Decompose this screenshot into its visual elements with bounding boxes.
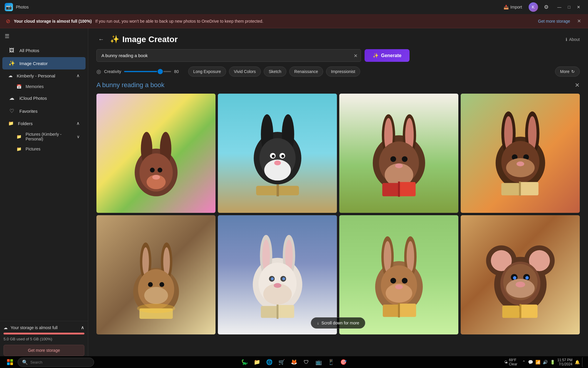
app-icon: 📷 — [5, 3, 13, 11]
svg-point-28 — [402, 156, 407, 162]
svg-point-53 — [159, 282, 164, 287]
hamburger-menu[interactable]: ☰ — [0, 31, 12, 44]
svg-point-56 — [137, 304, 175, 313]
sidebar-kimberly-personal[interactable]: ☁ Kimberly - Personal ∧ — [2, 70, 86, 81]
style-chip-renaissance[interactable]: Renaissance — [289, 67, 323, 77]
sidebar-folders[interactable]: 📁 Folders ∧ — [2, 118, 86, 129]
start-button[interactable] — [4, 357, 16, 367]
gallery-title-row: A bunny reading a book ✕ — [96, 81, 580, 89]
about-button[interactable]: ℹ About — [566, 37, 580, 42]
gallery-area: A bunny reading a book ✕ — [88, 81, 588, 368]
image-creator-icon: ✨ — [8, 60, 15, 67]
tray-chat-icon[interactable]: 💬 — [528, 360, 533, 364]
storage-used-text: 5.0 GB used of 5 GB (100%) — [4, 337, 84, 341]
svg-point-52 — [148, 282, 153, 287]
sidebar-item-all-photos[interactable]: 🖼 All Photos — [2, 44, 86, 57]
svg-point-98 — [515, 281, 525, 287]
image-cell-4[interactable] — [461, 94, 580, 213]
tray-network-icon[interactable]: 📶 — [535, 360, 540, 364]
search-clear-button[interactable]: ✕ — [354, 53, 358, 58]
icloud-icon: ☁ — [8, 95, 15, 101]
svg-rect-70 — [278, 305, 294, 318]
favorites-label: Favorites — [19, 109, 38, 114]
bunny-image-6 — [218, 215, 337, 334]
clock-area[interactable]: 11:57 PM 7/1/2024 — [557, 358, 572, 366]
taskbar-app-explorer[interactable]: 🦕 — [239, 357, 250, 367]
banner-description: If you run out, you won't be able to bac… — [95, 19, 263, 24]
svg-point-78 — [390, 278, 396, 283]
svg-rect-69 — [261, 306, 278, 318]
bunny-image-1 — [96, 94, 216, 213]
taskbar-app-phone[interactable]: 📱 — [326, 357, 336, 367]
gallery-wrapper: ↓ Scroll down for more — [96, 94, 580, 334]
get-storage-button[interactable]: Get more storage — [4, 345, 84, 356]
close-button[interactable]: ✕ — [574, 3, 583, 11]
creativity-control: ◎ Creativity 80 — [96, 68, 182, 75]
tray-battery-icon[interactable]: 🔋 — [550, 360, 555, 364]
notification-icon[interactable]: 🔔 — [575, 360, 580, 364]
image-cell-8[interactable] — [461, 215, 580, 334]
image-cell-1[interactable] — [96, 94, 216, 213]
refresh-icon: ↻ — [571, 69, 575, 74]
taskbar-search[interactable]: 🔍 — [18, 358, 94, 367]
pictures-personal-icon: 📁 — [16, 134, 21, 139]
storage-header[interactable]: ☁ Your storage is almost full ∧ — [4, 325, 84, 330]
sidebar-item-image-creator[interactable]: ✨ Image Creator — [2, 57, 86, 69]
taskbar: 🔍 🦕 📁 🌐 🛒 🦊 🛡 📺 📱 🎯 🌤 69°F Clear ⌃ 💬 📶 🔊… — [0, 356, 588, 368]
bunny-image-2 — [218, 94, 337, 213]
avatar[interactable]: K — [529, 2, 538, 12]
get-more-storage-link[interactable]: Get more storage — [538, 19, 570, 24]
style-chip-long-exposure[interactable]: Long Exposure — [188, 67, 226, 77]
page-title: Image Creator — [122, 35, 178, 44]
image-cell-7[interactable] — [339, 215, 458, 334]
taskbar-app-firefox[interactable]: 🦊 — [289, 357, 299, 367]
maximize-button[interactable]: □ — [565, 3, 573, 11]
tray-chevron-icon[interactable]: ⌃ — [522, 360, 526, 364]
sidebar-item-icloud[interactable]: ☁ iCloud Photos — [2, 92, 86, 104]
show-desktop-button[interactable] — [582, 357, 584, 367]
sidebar-item-pictures-personal[interactable]: 📁 Pictures (Kimberly - Personal) ∨ — [2, 130, 86, 144]
taskbar-app-game[interactable]: 🎯 — [338, 357, 349, 367]
style-chip-sketch[interactable]: Sketch — [264, 67, 286, 77]
app-title: Photos — [16, 5, 29, 9]
banner-close-button[interactable]: ✕ — [576, 17, 582, 25]
search-input[interactable] — [96, 49, 361, 62]
weather-icon: 🌤 — [504, 360, 508, 364]
windows-logo — [7, 359, 13, 365]
minimize-button[interactable]: — — [554, 3, 564, 11]
taskbar-app-media[interactable]: 📺 — [313, 357, 324, 367]
gallery-close-button[interactable]: ✕ — [575, 82, 580, 89]
taskbar-app-store[interactable]: 🛒 — [276, 357, 287, 367]
image-cell-6[interactable] — [218, 215, 337, 334]
sidebar-item-memories[interactable]: 📅 Memories — [2, 82, 86, 91]
image-cell-5[interactable] — [96, 215, 216, 334]
weather-widget[interactable]: 🌤 69°F Clear — [502, 357, 520, 367]
taskbar-app-edge[interactable]: 🌐 — [264, 357, 275, 367]
back-button[interactable]: ← — [96, 34, 106, 44]
style-chip-impressionist[interactable]: Impressionist — [326, 67, 360, 77]
svg-rect-45 — [519, 181, 521, 196]
clock-date: 7/1/2024 — [557, 362, 572, 366]
svg-point-67 — [282, 277, 285, 280]
storage-chevron-icon: ∧ — [81, 325, 84, 330]
import-button[interactable]: 📥 Import — [501, 3, 525, 11]
system-tray: ⌃ 💬 📶 🔊 🔋 — [522, 360, 555, 364]
taskbar-search-input[interactable] — [30, 360, 89, 364]
svg-rect-82 — [382, 304, 400, 317]
svg-rect-19 — [276, 184, 279, 196]
tray-volume-icon[interactable]: 🔊 — [543, 360, 548, 364]
sidebar-item-favorites[interactable]: ♡ Favorites — [2, 105, 86, 117]
taskbar-app-files[interactable]: 📁 — [252, 357, 262, 367]
settings-button[interactable]: ⚙ — [542, 2, 551, 12]
generate-button[interactable]: ✨ Generate — [365, 49, 410, 62]
style-chip-vivid-colors[interactable]: Vivid Colors — [229, 67, 261, 77]
image-cell-3[interactable] — [339, 94, 458, 213]
more-button[interactable]: More ↻ — [555, 67, 580, 77]
svg-rect-30 — [382, 183, 399, 196]
taskbar-app-security[interactable]: 🛡 — [301, 357, 312, 367]
image-cell-2[interactable] — [218, 94, 337, 213]
sidebar-item-pictures[interactable]: 📁 Pictures — [2, 144, 86, 154]
bunny-image-7 — [339, 215, 458, 334]
creativity-slider[interactable] — [124, 71, 171, 72]
svg-point-68 — [274, 283, 281, 288]
